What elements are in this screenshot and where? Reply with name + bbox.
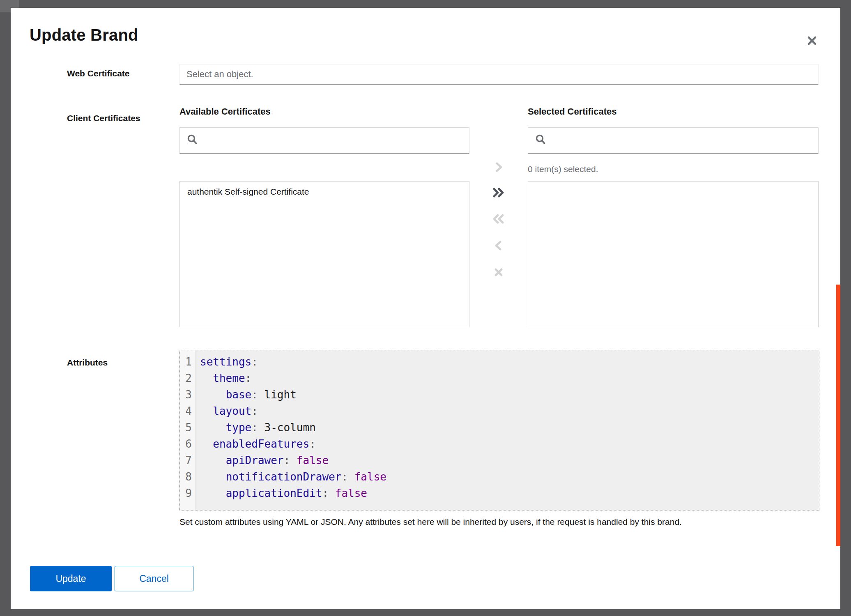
selected-certificates-list[interactable] [528,181,819,327]
double-chevron-left-icon [491,212,506,227]
editor-code: settings: theme: base: light layout: typ… [196,350,819,501]
web-certificate-input[interactable] [179,64,819,85]
web-certificate-label: Web Certificate [67,69,130,78]
attributes-label: Attributes [67,358,108,368]
certificate-option[interactable]: authentik Self-signed Certificate [180,182,469,202]
modal-title: Update Brand [30,26,138,44]
cancel-button[interactable]: Cancel [115,566,193,591]
modal-backdrop: Update Brand Web Certificate Client Cert… [0,0,851,616]
selected-certificates-heading: Selected Certificates [528,106,616,117]
attributes-code-editor[interactable]: 123456789 settings: theme: base: light l… [179,350,819,510]
available-search-input[interactable] [204,128,462,153]
selected-search-box [528,127,819,154]
remove-selected-button[interactable] [488,236,509,256]
x-icon [492,265,506,280]
chevron-left-icon [492,239,506,254]
add-all-button[interactable] [488,183,509,203]
search-icon [535,134,546,147]
add-selected-button[interactable] [488,157,509,178]
editor-gutter: 123456789 [180,350,196,510]
update-brand-modal: Update Brand Web Certificate Client Cert… [11,8,840,609]
remove-all-button[interactable] [488,209,509,230]
selected-count-status: 0 item(s) selected. [528,164,598,174]
clear-selection-button[interactable] [488,262,509,283]
close-button[interactable] [803,32,821,51]
attributes-help-text: Set custom attributes using YAML or JSON… [179,517,682,527]
update-button[interactable]: Update [30,566,112,591]
available-certificates-list[interactable]: authentik Self-signed Certificate [179,181,469,327]
selected-search-input[interactable] [552,128,812,153]
available-certificates-heading: Available Certificates [179,106,271,117]
client-certificates-label: Client Certificates [67,113,140,123]
search-icon [186,134,198,147]
double-chevron-right-icon [491,186,506,201]
chevron-right-icon [492,160,506,175]
x-icon [806,34,818,48]
available-search-box [179,127,469,154]
modal-scrollbar-thumb[interactable] [836,285,840,546]
